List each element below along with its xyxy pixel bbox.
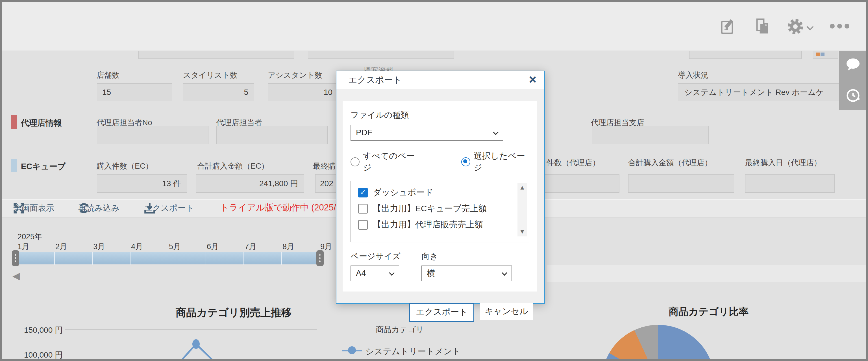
- list-scrollbar[interactable]: ▲ ▼: [518, 183, 527, 236]
- checkbox-icon[interactable]: ✓: [358, 188, 368, 198]
- file-type-label: ファイルの種類: [350, 110, 529, 121]
- edit-icon[interactable]: [720, 19, 736, 34]
- ellipsis-icon[interactable]: [830, 24, 852, 29]
- page-size-value: A4: [356, 269, 366, 278]
- chevron-down-icon: [493, 130, 499, 136]
- chevron-down-icon: [502, 271, 507, 276]
- page-size-label: ページサイズ: [350, 251, 401, 262]
- orientation-select[interactable]: 横: [422, 266, 512, 281]
- export-dialog: エクスポート × ファイルの種類 PDF すべてのページ 選択したページ ✓ ダ…: [336, 71, 545, 304]
- file-type-select[interactable]: PDF: [350, 125, 503, 141]
- dialog-panel: ファイルの種類 PDF すべてのページ 選択したページ ✓ ダッシュボード 【出…: [343, 101, 537, 292]
- export-button-toolbar[interactable]: エクスポート: [144, 200, 194, 217]
- scroll-up-icon[interactable]: ▲: [518, 183, 527, 192]
- list-item[interactable]: 【出力用】代理店販売売上額: [358, 217, 529, 233]
- trial-notice: トライアル版で動作中 (2025/: [220, 202, 336, 214]
- radio-selected-pages-label: 選択したページ: [474, 150, 529, 174]
- history-clock-icon[interactable]: [846, 88, 860, 103]
- checkbox-icon[interactable]: [358, 220, 368, 230]
- comment-bubble-icon[interactable]: [846, 58, 860, 72]
- range-handle-right[interactable]: [316, 250, 324, 266]
- list-item[interactable]: ✓ ダッシュボード: [358, 184, 529, 201]
- export-confirm-button[interactable]: エクスポート: [409, 303, 474, 322]
- dialog-title: エクスポート: [348, 74, 402, 86]
- app-header: [2, 2, 866, 51]
- orientation-value: 横: [427, 269, 435, 278]
- pie-chart-title: 商品カテゴリ比率: [669, 305, 748, 318]
- page-size-select[interactable]: A4: [350, 266, 399, 281]
- radio-all-pages-label: すべてのページ: [363, 150, 419, 174]
- legend-item-system-treatment[interactable]: システムトリートメント: [366, 346, 461, 357]
- cancel-button[interactable]: キャンセル: [480, 303, 533, 320]
- fullscreen-icon: [13, 203, 25, 214]
- download-icon: [144, 203, 155, 214]
- reload-button[interactable]: 再読み込み: [78, 200, 120, 217]
- legend-dot-marker: [348, 346, 356, 354]
- page-item-label: 【出力用】ECキューブ売上額: [373, 203, 487, 214]
- orientation-label: 向き: [422, 251, 512, 262]
- radio-all-pages[interactable]: [350, 157, 360, 167]
- gear-icon[interactable]: [786, 18, 804, 36]
- file-type-value: PDF: [356, 128, 372, 137]
- dialog-titlebar: エクスポート ×: [336, 71, 544, 89]
- chevron-down-icon: [389, 271, 395, 276]
- scroll-down-icon[interactable]: ▼: [518, 227, 527, 236]
- page-list: ✓ ダッシュボード 【出力用】ECキューブ売上額 【出力用】代理店販売売上額 ▲…: [350, 181, 529, 242]
- checkbox-icon[interactable]: [358, 204, 368, 214]
- close-icon[interactable]: ×: [529, 73, 536, 86]
- chevron-down-icon[interactable]: [807, 23, 814, 31]
- radio-selected-pages[interactable]: [461, 157, 470, 167]
- page-item-label: ダッシュボード: [373, 187, 433, 198]
- reload-icon: [78, 203, 90, 214]
- copy-icon[interactable]: [755, 18, 771, 35]
- range-handle-left[interactable]: [12, 250, 19, 266]
- list-item[interactable]: 【出力用】ECキューブ売上額: [358, 201, 529, 217]
- legend-title: 商品カテゴリ: [376, 324, 424, 335]
- page-item-label: 【出力用】代理店販売売上額: [373, 219, 483, 231]
- fullscreen-button[interactable]: 全画面表示: [13, 200, 54, 217]
